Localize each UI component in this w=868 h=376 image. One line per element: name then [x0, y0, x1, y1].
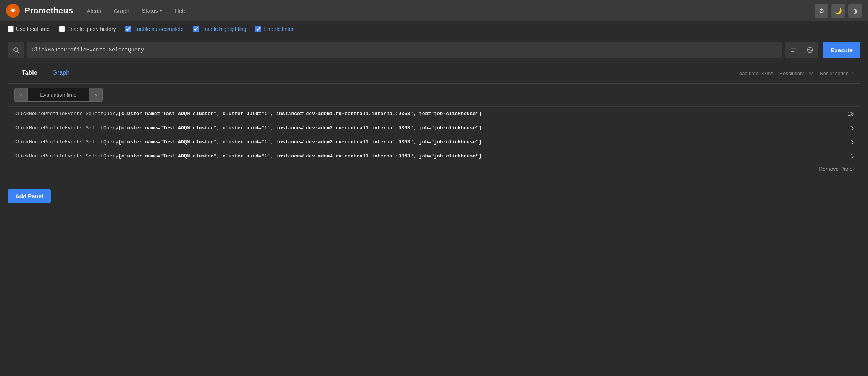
highlighting-label: Enable highlighting — [201, 26, 246, 32]
theme-moon-button[interactable]: 🌙 — [831, 4, 845, 18]
navbar: Prometheus Alerts Graph Status ▾ Help ⚙ … — [0, 0, 868, 21]
query-input[interactable] — [27, 42, 782, 58]
table-row: ClickHouseProfileEvents_SelectQuery{clus… — [8, 149, 860, 163]
metric-name: ClickHouseProfileEvents_SelectQuery — [14, 139, 118, 145]
svg-point-1 — [11, 9, 15, 12]
linter-label: Enable linter — [264, 26, 294, 32]
svg-rect-4 — [11, 10, 11, 11]
svg-point-6 — [14, 48, 18, 52]
metric-cell: ClickHouseProfileEvents_SelectQuery{clus… — [14, 153, 839, 159]
brand: Prometheus — [6, 4, 73, 18]
remove-panel-button[interactable]: Remove Panel — [819, 166, 854, 172]
resolution: Resolution: 14s — [779, 71, 814, 76]
metric-labels: {cluster_name="Test ADQM cluster", clust… — [118, 125, 482, 131]
data-rows-container: ClickHouseProfileEvents_SelectQuery{clus… — [8, 106, 860, 163]
svg-rect-2 — [11, 9, 12, 10]
brand-icon — [6, 4, 20, 18]
autocomplete-checkbox[interactable] — [125, 26, 131, 32]
nav-graph[interactable]: Graph — [109, 5, 134, 17]
brand-name: Prometheus — [24, 6, 73, 16]
metric-value: 3 — [839, 125, 854, 131]
add-panel-button[interactable]: Add Panel — [8, 189, 51, 203]
local-time-checkbox[interactable] — [8, 26, 14, 32]
table-row: ClickHouseProfileEvents_SelectQuery{clus… — [8, 121, 860, 135]
svg-rect-5 — [15, 10, 15, 11]
query-bar: Execute — [0, 37, 868, 63]
metric-labels: {cluster_name="Test ADQM cluster", clust… — [118, 111, 482, 117]
metric-name: ClickHouseProfileEvents_SelectQuery — [14, 125, 118, 131]
query-history-label: Enable query history — [67, 26, 116, 32]
theme-contrast-button[interactable]: ◑ — [848, 4, 862, 18]
load-time: Load time: 37ms — [737, 71, 773, 76]
tab-graph[interactable]: Graph — [45, 67, 77, 79]
autocomplete-label: Enable autocomplete — [134, 26, 184, 32]
highlighting-checkbox-label[interactable]: Enable highlighting — [193, 26, 246, 32]
eval-time-next-button[interactable]: › — [89, 88, 103, 102]
eval-time-prev-button[interactable]: ‹ — [14, 88, 28, 102]
linter-checkbox-label[interactable]: Enable linter — [255, 26, 294, 32]
tab-table[interactable]: Table — [14, 67, 45, 79]
toolbar: Use local time Enable query history Enab… — [0, 21, 868, 37]
search-icon — [8, 42, 24, 58]
metric-cell: ClickHouseProfileEvents_SelectQuery{clus… — [14, 139, 839, 145]
nav-help[interactable]: Help — [170, 5, 191, 17]
navbar-nav: Alerts Graph Status ▾ Help — [82, 4, 805, 17]
panel: Table Graph Load time: 37ms Resolution: … — [8, 63, 860, 175]
metric-cell: ClickHouseProfileEvents_SelectQuery{clus… — [14, 111, 839, 117]
local-time-label: Use local time — [16, 26, 50, 32]
query-history-checkbox-label[interactable]: Enable query history — [59, 26, 116, 32]
eval-time-row: ‹ Evaluation time › — [8, 84, 860, 106]
result-series: Result series: 4 — [820, 71, 854, 76]
highlighting-checkbox[interactable] — [193, 26, 199, 32]
nav-status[interactable]: Status ▾ — [137, 4, 167, 17]
panel-meta: Load time: 37ms Resolution: 14s Result s… — [737, 71, 854, 76]
table-row: ClickHouseProfileEvents_SelectQuery{clus… — [8, 135, 860, 149]
query-history-checkbox[interactable] — [59, 26, 65, 32]
panel-header: Table Graph Load time: 37ms Resolution: … — [8, 63, 860, 84]
linter-checkbox[interactable] — [255, 26, 261, 32]
svg-rect-3 — [14, 9, 15, 10]
metric-name: ClickHouseProfileEvents_SelectQuery — [14, 111, 118, 117]
panel-tabs: Table Graph — [14, 67, 77, 79]
local-time-checkbox-label[interactable]: Use local time — [8, 26, 50, 32]
metric-value: 3 — [839, 153, 854, 159]
add-panel-row: Add Panel — [0, 183, 868, 209]
metric-value: 3 — [839, 139, 854, 145]
svg-line-7 — [17, 51, 19, 53]
metric-name: ClickHouseProfileEvents_SelectQuery — [14, 153, 118, 159]
remove-panel-row: Remove Panel — [8, 163, 860, 175]
metric-labels: {cluster_name="Test ADQM cluster", clust… — [118, 139, 482, 145]
execute-button[interactable]: Execute — [823, 42, 860, 58]
autocomplete-checkbox-label[interactable]: Enable autocomplete — [125, 26, 184, 32]
eval-time-label: Evaluation time — [28, 88, 89, 102]
settings-button[interactable]: ⚙ — [815, 4, 828, 18]
metrics-explorer-button[interactable] — [802, 42, 818, 58]
query-actions — [785, 42, 818, 58]
metric-value: 28 — [839, 111, 854, 117]
navbar-actions: ⚙ 🌙 ◑ — [815, 4, 862, 18]
metric-cell: ClickHouseProfileEvents_SelectQuery{clus… — [14, 125, 839, 131]
nav-alerts[interactable]: Alerts — [82, 5, 106, 17]
metric-labels: {cluster_name="Test ADQM cluster", clust… — [118, 153, 482, 159]
table-row: ClickHouseProfileEvents_SelectQuery{clus… — [8, 106, 860, 121]
query-history-button[interactable] — [785, 42, 802, 58]
